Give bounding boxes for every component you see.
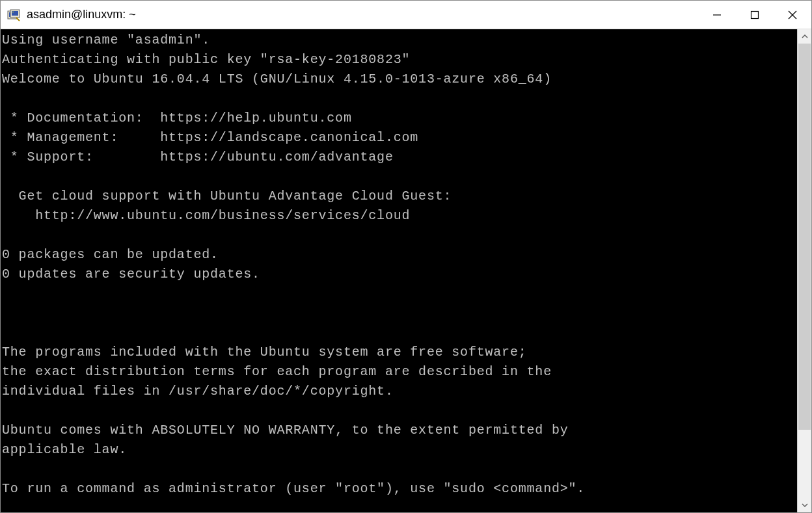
maximize-button[interactable]	[736, 1, 774, 29]
window-title: asadmin@linuxvm: ~	[27, 8, 698, 21]
chevron-down-icon	[802, 502, 808, 508]
window-controls	[698, 1, 811, 29]
scrollbar-thumb[interactable]	[798, 44, 811, 430]
chevron-up-icon	[802, 33, 808, 40]
title-bar[interactable]: asadmin@linuxvm: ~	[1, 1, 811, 29]
svg-rect-7	[751, 11, 759, 18]
putty-window: asadmin@linuxvm: ~ Using username "asadm	[0, 0, 812, 513]
close-icon	[788, 10, 797, 20]
svg-rect-4	[12, 12, 14, 12]
terminal-container: Using username "asadmin". Authenticating…	[1, 29, 811, 512]
maximize-icon	[750, 10, 759, 20]
vertical-scrollbar[interactable]	[797, 29, 811, 512]
putty-icon	[7, 8, 20, 21]
scrollbar-up-arrow[interactable]	[798, 29, 811, 44]
minimize-icon	[712, 10, 722, 20]
scrollbar-down-arrow[interactable]	[798, 498, 811, 512]
terminal-output[interactable]: Using username "asadmin". Authenticating…	[1, 29, 797, 512]
close-button[interactable]	[774, 1, 811, 29]
scrollbar-track[interactable]	[798, 44, 811, 498]
minimize-button[interactable]	[698, 1, 736, 29]
